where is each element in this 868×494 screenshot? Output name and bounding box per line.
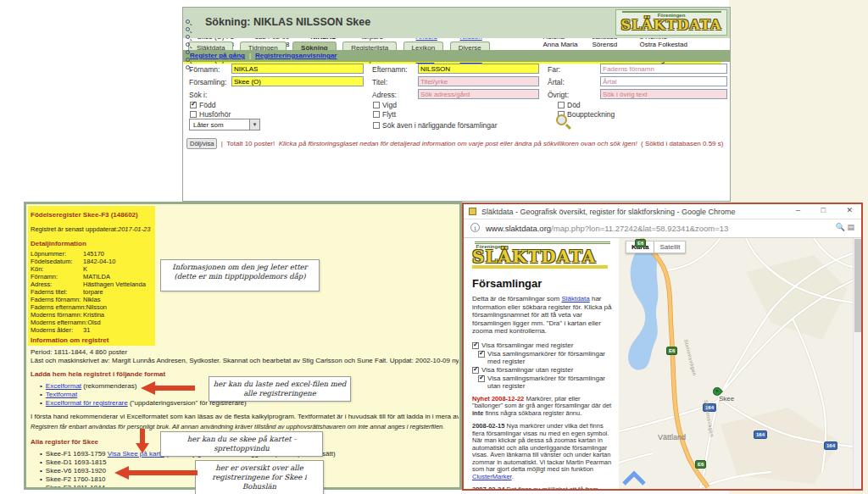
magnifier-icon[interactable]: [186, 50, 190, 54]
ovrigt-label: Övrigt:: [548, 91, 569, 99]
close-button[interactable]: ✕: [846, 206, 853, 214]
ovrigt-input[interactable]: [600, 89, 727, 99]
vattland-label: Vättland: [658, 433, 686, 441]
magnifier-icon[interactable]: [186, 65, 190, 69]
efternamn-label: Efternamn:: [372, 65, 408, 74]
husforhor-checkbox-row[interactable]: Husförhör: [190, 110, 231, 119]
vigd-checkbox-row[interactable]: Vigd: [373, 101, 397, 109]
later-som-value: Låter som: [193, 121, 224, 129]
status-hint: Klicka på förstoringsglaset nedan för de…: [279, 140, 637, 147]
search-magnifier-icon[interactable]: [556, 114, 567, 125]
usage-paragraph: Registren får enbart användas för person…: [31, 423, 459, 430]
fornamn-input[interactable]: [231, 64, 364, 74]
vigd-checkbox[interactable]: [373, 102, 380, 108]
dod-checkbox-row[interactable]: Död: [558, 101, 581, 109]
sok-i-label: Sök i:: [189, 91, 207, 99]
titel-input[interactable]: [418, 76, 539, 86]
chevron-down-icon[interactable]: ▾: [249, 119, 259, 130]
fodd-checkbox[interactable]: [190, 102, 197, 108]
bouppteckning-label: Bouppteckning: [567, 110, 615, 119]
clustermarker-link[interactable]: ClusterMarker: [472, 473, 512, 480]
detail-field: Faderns förnamn:Niklas: [31, 296, 100, 303]
artal-input[interactable]: [600, 76, 727, 86]
status-row: Dölj/visa | Totalt 10 poster! Klicka på …: [186, 134, 721, 144]
slaktdata-favicon-icon: [469, 208, 476, 215]
fodd-label: Född: [199, 101, 215, 109]
adress-input[interactable]: [418, 89, 539, 99]
textformat-link[interactable]: Textformat: [46, 391, 77, 398]
maximize-button[interactable]: □: [821, 206, 826, 214]
visa-med-register-checkbox[interactable]: [472, 342, 479, 349]
skee-label: Skee: [719, 395, 734, 402]
route-164-shield: 164: [754, 430, 767, 439]
magnifier-icon[interactable]: [186, 27, 190, 31]
register-list-item: Skee-F3 1811-1844: [40, 484, 105, 490]
map-canvas: [619, 238, 853, 489]
register-list-item: Skee-D1 1693-1815: [40, 458, 106, 466]
narliggande-label: Sök även i närliggande församlingar: [382, 121, 498, 130]
scrollbar[interactable]: [853, 238, 861, 489]
forsamlingar-heading: Församlingar: [472, 277, 612, 290]
download-item: Excelformat (rekommenderas): [40, 382, 136, 390]
flytt-checkbox-row[interactable]: Flytt: [373, 110, 396, 119]
excelformat-link[interactable]: Excelformat: [46, 382, 81, 390]
fornamn-label: Förnamn:: [189, 65, 220, 74]
e6-shield: E6: [635, 239, 646, 247]
checkbox-row[interactable]: Visa samlingsmarkörer för församlingar m…: [472, 350, 612, 365]
annotation-note: Informasjonen om den jeg leter etter (de…: [160, 259, 320, 291]
link-registreringsanvisningar[interactable]: Registreringsanvisningar: [255, 52, 337, 59]
translate-icon[interactable]: ▤: [847, 223, 854, 231]
magnifier-icon[interactable]: [186, 42, 190, 47]
slaktdata-link[interactable]: Släktdata: [561, 295, 589, 303]
forsamling-label: Församling:: [189, 78, 226, 86]
checkbox-row[interactable]: Visa församlingar med register: [472, 341, 612, 349]
url-text[interactable]: www.slaktdata.org/map.php?lon=11.27242&l…: [486, 224, 728, 233]
efternamn-input[interactable]: [418, 64, 539, 74]
detail-heading: Detaljinformation: [31, 240, 86, 247]
magnifier-icon[interactable]: [186, 35, 190, 39]
husforhor-checkbox[interactable]: [190, 111, 197, 118]
zoom-icon[interactable]: 🔍: [836, 223, 845, 231]
vigd-label: Vigd: [382, 101, 397, 109]
visa-utan-register-checkbox[interactable]: [472, 367, 479, 374]
narliggande-checkbox[interactable]: [373, 122, 380, 129]
satellit-button[interactable]: Satellit: [654, 241, 686, 253]
dod-checkbox[interactable]: [558, 102, 565, 108]
toggle-results-button[interactable]: Dölj/visa: [186, 138, 217, 149]
news-entry: 2008-02-15 Nya markörer under vilka det …: [472, 423, 612, 480]
google-map[interactable]: Karta Satellit E6 E6 E6 164 164 164 Skee…: [619, 238, 853, 489]
checkbox-row[interactable]: Visa församlingar utan register: [472, 366, 612, 374]
forsamling-input[interactable]: [231, 76, 364, 86]
fodd-checkbox-row[interactable]: Född: [190, 101, 215, 109]
scrollbar-thumb[interactable]: [854, 239, 861, 332]
checkbox-row[interactable]: Visa samlingsmarkörer för församlingar u…: [472, 375, 612, 390]
red-arrow-left-icon: [141, 381, 195, 395]
detail-field: Moderns ålder:31: [31, 326, 90, 334]
register-updated: Registret är senast uppdaterat:2017-01-2…: [31, 225, 150, 233]
markorer-med-register-checkbox[interactable]: [478, 351, 485, 358]
husforhor-label: Husförhör: [199, 110, 231, 119]
sidebar-intro: Detta är de församlingar som Släktdata h…: [472, 295, 612, 336]
magnifier-icon[interactable]: [186, 58, 190, 62]
magnifier-icon[interactable]: [186, 19, 190, 24]
address-bar-icons: 🔍 ▤: [836, 223, 854, 231]
artal-label: Årtal:: [548, 78, 565, 86]
tab-bar: Släktdata Tidningen Sökning Registerlist…: [188, 38, 492, 51]
chrome-address-bar[interactable]: i www.slaktdata.org/map.php?lon=11.27242…: [464, 219, 861, 238]
e6-shield: E6: [666, 347, 677, 355]
far-input[interactable]: [600, 64, 727, 74]
excelformat-registrerare-link[interactable]: Excelformat för registrerare: [46, 399, 128, 407]
chrome-titlebar[interactable]: Släktdata - Geografisk översikt, registe…: [464, 204, 861, 219]
later-som-dropdown[interactable]: Låter som ▾: [189, 119, 260, 130]
info-icon[interactable]: i: [470, 223, 480, 232]
chrome-window-title: Släktdata - Geografisk översikt, registe…: [481, 208, 736, 216]
info-heading: Information om registret: [31, 336, 108, 344]
flytt-checkbox[interactable]: [373, 111, 380, 118]
narliggande-checkbox-row[interactable]: Sök även i närliggande församlingar: [373, 121, 498, 130]
minimize-button[interactable]: –: [796, 206, 800, 214]
window-controls: – □ ✕: [777, 206, 853, 214]
news-entry: 2007-02-24 Det finns nu möjlighet att få…: [472, 486, 612, 489]
register-title: Födelseregister Skee-F3 (148602): [31, 211, 138, 219]
link-register-pa-gang[interactable]: Register på gång: [190, 52, 245, 59]
markorer-utan-register-checkbox[interactable]: [478, 375, 485, 382]
